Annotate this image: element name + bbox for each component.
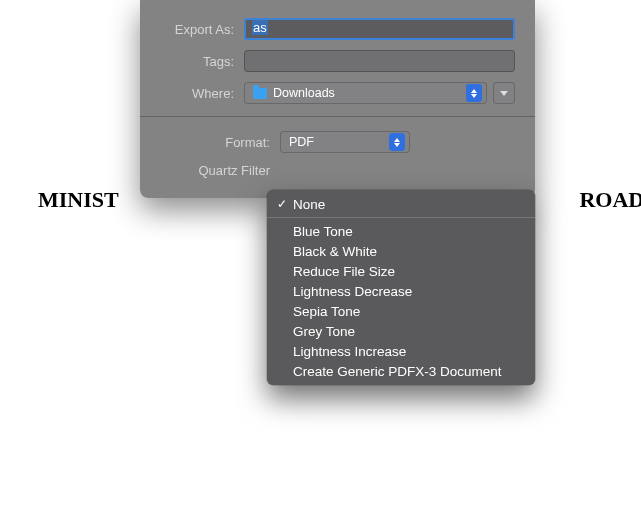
where-expand-button[interactable] [493,82,515,104]
export-as-label: Export As: [160,22,244,37]
doc-title-frag-left: MINIST [38,187,119,212]
quartz-option[interactable]: Lightness Increase [267,341,535,361]
quartz-option[interactable]: Grey Tone [267,321,535,341]
quartz-option[interactable]: Black & White [267,241,535,261]
export-dialog: Export As: as Tags: Where: Downloads [140,0,535,198]
quartz-option[interactable]: Blue Tone [267,221,535,241]
quartz-option[interactable]: Create Generic PDFX-3 Document [267,361,535,381]
quartz-filter-label: Quartz Filter [160,163,280,178]
where-label: Where: [160,86,244,101]
tags-input[interactable] [244,50,515,72]
format-label: Format: [160,135,280,150]
checkmark-icon: ✓ [275,197,289,211]
quartz-filter-menu: ✓ None Blue Tone Black & White Reduce Fi… [267,190,535,385]
format-popup[interactable]: PDF [280,131,410,153]
folder-icon [253,88,267,99]
export-as-input[interactable]: as [244,18,515,40]
where-popup[interactable]: Downloads [244,82,487,104]
chevron-down-icon [500,91,508,96]
quartz-option-none[interactable]: ✓ None [267,194,535,214]
quartz-option[interactable]: Sepia Tone [267,301,535,321]
quartz-option[interactable]: Lightness Decrease [267,281,535,301]
doc-title-frag-right: ROADCA [579,187,641,212]
quartz-option[interactable]: Reduce File Size [267,261,535,281]
tags-label: Tags: [160,54,244,69]
